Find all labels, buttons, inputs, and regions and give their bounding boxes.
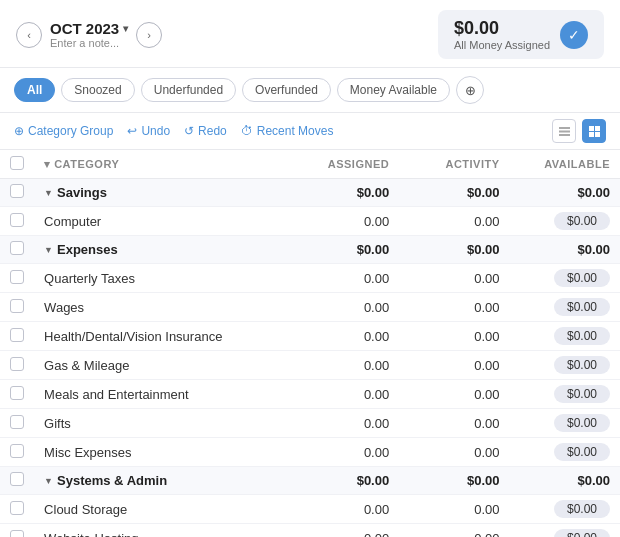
group-checkbox[interactable]: [10, 241, 24, 255]
item-assigned-cell[interactable]: 0.00: [279, 438, 399, 467]
item-checkbox-cell: [0, 380, 34, 409]
group-triangle-icon[interactable]: ▼: [44, 476, 53, 486]
month-title: OCT 2023 ▾: [50, 20, 128, 37]
item-checkbox[interactable]: [10, 357, 24, 371]
col-available-header: AVAILABLE: [510, 150, 620, 179]
filter-underfunded-button[interactable]: Underfunded: [141, 78, 236, 102]
item-checkbox[interactable]: [10, 530, 24, 538]
toolbar-left: ⊕ Category Group ↩ Undo ↺ Redo ⏱ Recent …: [14, 124, 333, 138]
item-checkbox-cell: [0, 495, 34, 524]
svg-rect-6: [595, 132, 600, 137]
group-name-cell: ▼ Expenses: [34, 236, 279, 264]
item-activity-cell: 0.00: [399, 293, 509, 322]
svg-rect-4: [595, 126, 600, 131]
item-assigned-cell[interactable]: 0.00: [279, 495, 399, 524]
item-assigned-cell[interactable]: 0.00: [279, 351, 399, 380]
item-checkbox-cell: [0, 409, 34, 438]
available-badge: $0.00: [554, 298, 610, 316]
filter-overfunded-button[interactable]: Overfunded: [242, 78, 331, 102]
group-checkbox[interactable]: [10, 184, 24, 198]
item-checkbox[interactable]: [10, 213, 24, 227]
item-checkbox-cell: [0, 438, 34, 467]
toolbar-right: [552, 119, 606, 143]
item-checkbox[interactable]: [10, 328, 24, 342]
item-available-cell: $0.00: [510, 438, 620, 467]
table-row: Misc Expenses 0.00 0.00 $0.00: [0, 438, 620, 467]
group-checkbox-cell: [0, 179, 34, 207]
filter-all-button[interactable]: All: [14, 78, 55, 102]
category-group-icon: ⊕: [14, 124, 24, 138]
undo-button[interactable]: ↩ Undo: [127, 124, 170, 138]
item-available-cell: $0.00: [510, 380, 620, 409]
item-name-cell: Gifts: [34, 409, 279, 438]
group-label: ▼ Systems & Admin: [44, 473, 269, 488]
item-assigned-cell[interactable]: 0.00: [279, 524, 399, 538]
group-triangle-icon[interactable]: ▼: [44, 188, 53, 198]
filter-snoozed-button[interactable]: Snoozed: [61, 78, 134, 102]
group-available-cell: $0.00: [510, 179, 620, 207]
item-activity-cell: 0.00: [399, 351, 509, 380]
header-nav: ‹ OCT 2023 ▾ Enter a note... ›: [16, 20, 162, 49]
redo-button[interactable]: ↺ Redo: [184, 124, 227, 138]
filter-money-available-button[interactable]: Money Available: [337, 78, 450, 102]
item-name-cell: Meals and Entertainment: [34, 380, 279, 409]
item-name-cell: Computer: [34, 207, 279, 236]
available-badge: $0.00: [554, 500, 610, 518]
select-all-checkbox[interactable]: [10, 156, 24, 170]
month-label: OCT 2023: [50, 20, 119, 37]
item-checkbox[interactable]: [10, 270, 24, 284]
item-assigned-cell[interactable]: 0.00: [279, 207, 399, 236]
col-assigned-header: ASSIGNED: [279, 150, 399, 179]
group-available-cell: $0.00: [510, 236, 620, 264]
group-triangle-icon[interactable]: ▼: [44, 245, 53, 255]
item-checkbox[interactable]: [10, 415, 24, 429]
item-assigned-cell[interactable]: 0.00: [279, 322, 399, 351]
table-group-row: ▼ Savings $0.00 $0.00 $0.00: [0, 179, 620, 207]
available-badge: $0.00: [554, 327, 610, 345]
money-assigned-label: All Money Assigned: [454, 39, 550, 51]
item-checkbox[interactable]: [10, 501, 24, 515]
recent-moves-label: Recent Moves: [257, 124, 334, 138]
grid-view-button[interactable]: [582, 119, 606, 143]
group-available-cell: $0.00: [510, 467, 620, 495]
month-dropdown-icon[interactable]: ▾: [123, 23, 128, 34]
item-assigned-cell[interactable]: 0.00: [279, 380, 399, 409]
item-checkbox-cell: [0, 207, 34, 236]
grid-icon: [588, 125, 601, 138]
item-available-cell: $0.00: [510, 351, 620, 380]
list-view-button[interactable]: [552, 119, 576, 143]
note-placeholder[interactable]: Enter a note...: [50, 37, 119, 49]
item-name-cell: Misc Expenses: [34, 438, 279, 467]
item-checkbox-cell: [0, 351, 34, 380]
item-checkbox-cell: [0, 322, 34, 351]
item-assigned-cell[interactable]: 0.00: [279, 293, 399, 322]
item-available-cell: $0.00: [510, 264, 620, 293]
item-checkbox-cell: [0, 524, 34, 538]
item-assigned-cell[interactable]: 0.00: [279, 409, 399, 438]
table-row: Wages 0.00 0.00 $0.00: [0, 293, 620, 322]
item-name-cell: Quarterly Taxes: [34, 264, 279, 293]
item-checkbox[interactable]: [10, 386, 24, 400]
item-checkbox[interactable]: [10, 444, 24, 458]
next-month-button[interactable]: ›: [136, 22, 162, 48]
group-name-cell: ▼ Savings: [34, 179, 279, 207]
category-group-button[interactable]: ⊕ Category Group: [14, 124, 113, 138]
item-name-cell: Health/Dental/Vision Insurance: [34, 322, 279, 351]
svg-rect-0: [559, 127, 570, 129]
filter-bar: All Snoozed Underfunded Overfunded Money…: [0, 68, 620, 113]
item-available-cell: $0.00: [510, 322, 620, 351]
list-icon: [558, 125, 571, 138]
table-group-row: ▼ Systems & Admin $0.00 $0.00 $0.00: [0, 467, 620, 495]
prev-month-button[interactable]: ‹: [16, 22, 42, 48]
group-label: ▼ Expenses: [44, 242, 269, 257]
item-checkbox[interactable]: [10, 299, 24, 313]
category-group-label: Category Group: [28, 124, 113, 138]
item-assigned-cell[interactable]: 0.00: [279, 264, 399, 293]
item-available-cell: $0.00: [510, 207, 620, 236]
group-checkbox[interactable]: [10, 472, 24, 486]
item-checkbox-cell: [0, 264, 34, 293]
recent-moves-button[interactable]: ⏱ Recent Moves: [241, 124, 334, 138]
item-available-cell: $0.00: [510, 495, 620, 524]
filter-extra-button[interactable]: ⊕: [456, 76, 484, 104]
svg-rect-2: [559, 134, 570, 136]
